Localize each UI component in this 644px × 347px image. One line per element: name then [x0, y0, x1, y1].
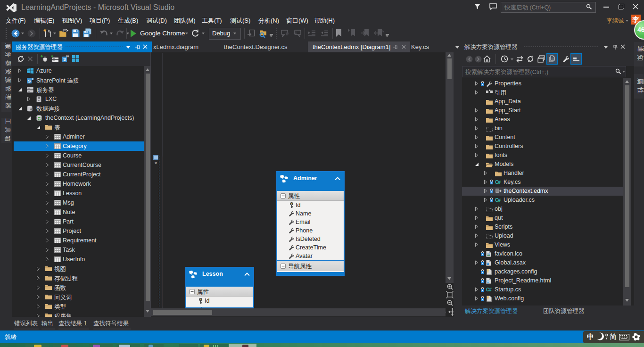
- svg-text:S: S: [28, 78, 31, 83]
- svg-text:S: S: [63, 57, 66, 62]
